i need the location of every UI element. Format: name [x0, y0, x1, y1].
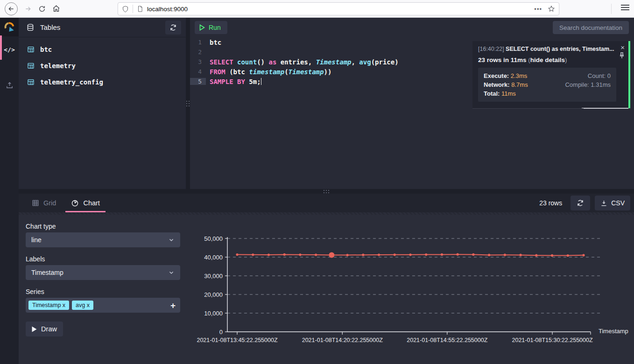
notification-summary: 23 rows in 11ms (hide details) — [478, 56, 616, 63]
csv-label: CSV — [611, 199, 625, 207]
line-number: 3 — [190, 58, 206, 65]
search-docs-label: Search documentation — [559, 24, 622, 31]
table-list-item[interactable]: btc — [19, 41, 186, 57]
page-icon — [137, 6, 143, 12]
svg-text:Timestamp: Timestamp — [599, 328, 628, 335]
run-query-button[interactable]: Run — [195, 21, 227, 34]
labels-select[interactable]: Timestamp — [26, 265, 180, 280]
tab-chart[interactable]: Chart — [69, 194, 101, 212]
code-text: SAMPLE BY 5m; — [206, 78, 261, 85]
pin-icon — [619, 52, 625, 59]
line-number: 5 — [190, 78, 206, 85]
notification-border-highlight — [582, 108, 628, 109]
code-text: SELECT count() as entries, Timestamp, av… — [206, 58, 399, 66]
table-name: btc — [40, 46, 52, 53]
table-icon — [27, 62, 35, 70]
count-label: Count: — [588, 72, 606, 79]
results-toolbar: Grid Chart 23 rows — [19, 194, 634, 212]
url-bar[interactable]: localhost:9000 ••• — [118, 2, 559, 15]
svg-text:2021-01-08T15:30:22.255000Z: 2021-01-08T15:30:22.255000Z — [512, 337, 593, 343]
series-tag[interactable]: Timestamp x — [28, 301, 69, 310]
total-label: Total: — [484, 90, 500, 97]
browser-reload-button[interactable] — [38, 5, 46, 13]
table-icon — [27, 46, 35, 53]
drag-dots-icon — [324, 190, 329, 193]
browser-home-button[interactable] — [52, 5, 60, 13]
shield-icon[interactable] — [122, 6, 129, 13]
execute-value: 2.3ms — [511, 72, 527, 79]
chevron-down-icon — [168, 269, 175, 276]
line-number: 4 — [190, 68, 206, 75]
notification-query-line: [16:40:22] SELECT count() as entries, Ti… — [478, 46, 616, 52]
draw-chart-button[interactable]: Draw — [26, 322, 63, 336]
questdb-logo-icon — [3, 21, 15, 33]
chart-type-select[interactable]: line — [26, 232, 180, 247]
refresh-icon — [577, 199, 584, 207]
download-csv-button[interactable]: CSV — [595, 196, 630, 210]
refresh-icon — [169, 24, 177, 31]
tab-grid[interactable]: Grid — [30, 194, 58, 212]
draw-button-label: Draw — [41, 325, 57, 333]
notification-pin-button[interactable] — [619, 52, 625, 61]
total-value: 11ms — [501, 90, 516, 97]
series-label: Series — [26, 288, 44, 295]
drag-dots-icon — [186, 101, 190, 106]
table-list-item[interactable]: telemetry_config — [19, 74, 186, 90]
line-chart[interactable]: 010,00020,00030,00040,00050,0002021-01-0… — [196, 235, 634, 356]
table-list-item[interactable]: telemetry — [19, 57, 186, 74]
import-nav-button[interactable] — [0, 77, 19, 92]
browser-forward-button[interactable] — [24, 5, 32, 13]
panel-resize-handle-horizontal[interactable] — [19, 189, 634, 194]
panel-resize-handle-vertical[interactable] — [186, 18, 190, 189]
labels-value: Timestamp — [31, 269, 63, 276]
svg-text:2021-01-08T14:55:22.255000Z: 2021-01-08T14:55:22.255000Z — [407, 337, 487, 343]
back-arrow-icon — [7, 5, 15, 13]
search-documentation-button[interactable]: Search documentation — [553, 21, 629, 34]
table-name: telemetry — [40, 62, 76, 70]
sql-editor-nav-button[interactable]: </> — [0, 42, 19, 57]
line-number: 1 — [190, 39, 206, 46]
labels-label: Labels — [26, 255, 45, 263]
table-list: btctelemetrytelemetry_config — [19, 37, 186, 90]
questdb-console: </> Tables — [0, 18, 634, 364]
results-refresh-button[interactable] — [571, 196, 590, 210]
series-tag[interactable]: avg x — [72, 301, 93, 310]
run-button-label: Run — [209, 24, 221, 31]
row-time-summary: 23 rows in 11ms — [478, 56, 527, 63]
svg-text:50,000: 50,000 — [204, 235, 223, 242]
table-name: telemetry_config — [40, 78, 103, 86]
count-value: 0 — [607, 72, 611, 79]
svg-text:20,000: 20,000 — [204, 291, 223, 298]
svg-text:40,000: 40,000 — [204, 254, 223, 261]
svg-text:30,000: 30,000 — [204, 273, 223, 280]
svg-text:0: 0 — [219, 329, 223, 336]
play-icon — [32, 326, 37, 332]
tables-refresh-button[interactable] — [165, 21, 181, 35]
questdb-logo[interactable] — [0, 18, 19, 36]
table-icon — [27, 78, 35, 86]
bookmark-star-icon[interactable] — [548, 5, 555, 13]
url-text[interactable]: localhost:9000 — [147, 6, 534, 13]
panel-texture — [19, 212, 634, 215]
grid-icon — [32, 199, 39, 207]
divider — [611, 4, 612, 14]
code-icon: </> — [4, 46, 14, 53]
chart-panel: Chart type line Labels Timestamp Series … — [19, 212, 634, 364]
svg-text:2021-01-08T13:45:22.255000Z: 2021-01-08T13:45:22.255000Z — [197, 337, 277, 343]
compile-label: Compile: — [565, 81, 589, 88]
tables-panel-title: Tables — [40, 23, 165, 31]
row-count-label: 23 rows — [539, 199, 562, 207]
series-tags: Timestamp xavg x — [28, 301, 93, 310]
activity-bar: </> — [0, 18, 19, 364]
series-field[interactable]: Timestamp xavg x + — [26, 298, 180, 313]
notification-close-button[interactable]: × — [620, 44, 625, 51]
page-actions-icon[interactable]: ••• — [534, 6, 542, 13]
add-series-button[interactable]: + — [170, 301, 176, 310]
tab-grid-label: Grid — [43, 199, 56, 207]
chart-type-value: line — [31, 236, 42, 244]
divider — [133, 5, 133, 13]
browser-back-button[interactable] — [5, 2, 18, 15]
browser-menu-button[interactable] — [621, 4, 629, 13]
hide-details-link[interactable]: hide details — [530, 56, 565, 63]
notification-border — [472, 108, 584, 109]
